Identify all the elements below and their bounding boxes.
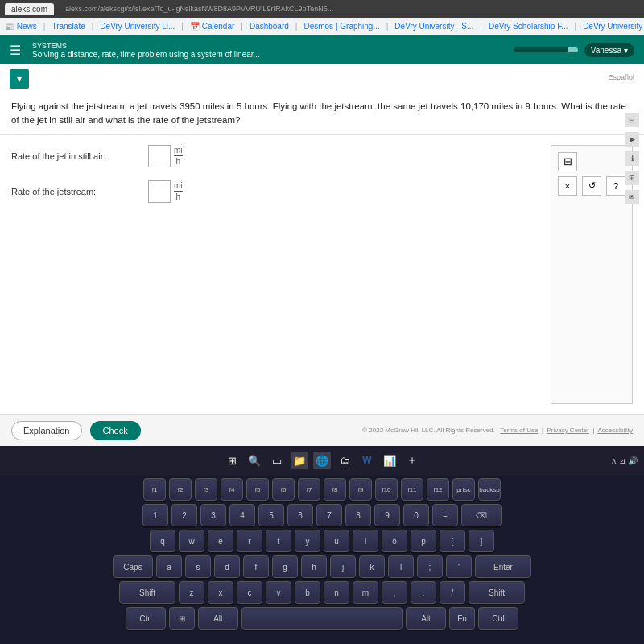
- undo-button[interactable]: ↺: [582, 176, 601, 196]
- key-quote[interactable]: ': [446, 555, 472, 578]
- key-backspace-fn[interactable]: backsp: [478, 478, 501, 501]
- key-6[interactable]: 6: [287, 504, 313, 526]
- taskbar-plus[interactable]: ＋: [403, 452, 421, 469]
- key-ctrl-right[interactable]: Ctrl: [478, 607, 518, 630]
- key-win[interactable]: ⊞: [169, 607, 195, 630]
- taskbar-task-view[interactable]: ▭: [268, 452, 286, 469]
- key-i[interactable]: i: [353, 530, 378, 552]
- key-k[interactable]: k: [359, 555, 385, 578]
- key-f5[interactable]: f5: [246, 478, 269, 501]
- key-b[interactable]: b: [295, 581, 320, 604]
- fraction-button[interactable]: ⊟: [558, 152, 577, 171]
- key-f12[interactable]: f12: [427, 478, 449, 501]
- privacy-link[interactable]: Privacy Center: [547, 427, 588, 434]
- right-icon-5[interactable]: ✉: [625, 190, 639, 204]
- key-d[interactable]: d: [214, 555, 240, 578]
- key-8[interactable]: 8: [345, 504, 371, 526]
- key-period[interactable]: .: [411, 581, 436, 604]
- key-caps[interactable]: Caps: [113, 555, 153, 578]
- key-9[interactable]: 9: [374, 504, 400, 526]
- user-menu-button[interactable]: Vanessa ▾: [584, 43, 634, 57]
- right-icon-3[interactable]: ℹ: [625, 151, 639, 166]
- bookmark-news[interactable]: 📰 News: [5, 22, 37, 31]
- key-w[interactable]: w: [179, 530, 204, 552]
- bookmark-dashboard[interactable]: Dashboard: [250, 22, 289, 31]
- key-backspace[interactable]: ⌫: [461, 504, 502, 526]
- bookmark-devry[interactable]: DeVry University Li...: [100, 22, 175, 31]
- still-air-input[interactable]: [148, 145, 171, 167]
- terms-link[interactable]: Terms of Use: [500, 427, 538, 434]
- taskbar-file-explorer[interactable]: 📁: [291, 452, 308, 469]
- key-f4[interactable]: f4: [221, 478, 243, 501]
- times-button[interactable]: ×: [558, 176, 577, 196]
- key-semicolon[interactable]: ;: [417, 555, 443, 578]
- key-g[interactable]: g: [272, 555, 298, 578]
- right-icon-4[interactable]: ⊞: [625, 171, 639, 185]
- accessibility-link[interactable]: Accessibility: [597, 427, 633, 434]
- key-space[interactable]: [242, 607, 402, 630]
- key-y[interactable]: y: [295, 530, 320, 552]
- key-f7[interactable]: f7: [298, 478, 320, 501]
- key-slash[interactable]: /: [440, 581, 465, 604]
- key-t[interactable]: t: [266, 530, 291, 552]
- key-5[interactable]: 5: [258, 504, 284, 526]
- key-alt-right[interactable]: Alt: [406, 607, 446, 630]
- taskbar-word[interactable]: W: [358, 452, 376, 469]
- bookmark-calendar[interactable]: 📅 Calendar: [190, 22, 234, 31]
- key-alt-left[interactable]: Alt: [198, 607, 238, 630]
- key-1[interactable]: 1: [142, 504, 168, 526]
- key-n[interactable]: n: [324, 581, 349, 604]
- key-f8[interactable]: f8: [324, 478, 346, 501]
- key-f3[interactable]: f3: [195, 478, 217, 501]
- windows-start-button[interactable]: ⊞: [223, 452, 241, 469]
- key-r[interactable]: r: [237, 530, 262, 552]
- key-o[interactable]: o: [382, 530, 407, 552]
- key-m[interactable]: m: [353, 581, 378, 604]
- key-shift-left[interactable]: Shift: [119, 581, 175, 604]
- taskbar-excel[interactable]: 📊: [381, 452, 398, 469]
- bookmark-desmos[interactable]: Desmos | Graphing...: [303, 22, 379, 31]
- key-close-bracket[interactable]: ]: [469, 530, 494, 552]
- key-h[interactable]: h: [301, 555, 327, 578]
- bookmark-devry3[interactable]: DeVry University - S...: [583, 22, 644, 31]
- key-s[interactable]: s: [185, 555, 211, 578]
- key-fn[interactable]: Fn: [449, 607, 475, 630]
- key-enter[interactable]: Enter: [475, 555, 531, 578]
- help-button[interactable]: ?: [606, 176, 625, 196]
- key-a[interactable]: a: [156, 555, 182, 578]
- bookmark-translate[interactable]: Translate: [52, 22, 85, 31]
- bookmark-scholarship[interactable]: DeVry Scholarship F...: [489, 22, 568, 31]
- taskbar-edge[interactable]: 🌐: [313, 452, 331, 469]
- key-0[interactable]: 0: [403, 504, 429, 526]
- check-button[interactable]: Check: [90, 421, 141, 440]
- key-comma[interactable]: ,: [382, 581, 407, 604]
- key-f9[interactable]: f9: [349, 478, 372, 501]
- key-c[interactable]: c: [237, 581, 262, 604]
- key-v[interactable]: v: [266, 581, 291, 604]
- key-f11[interactable]: f11: [401, 478, 423, 501]
- key-7[interactable]: 7: [316, 504, 342, 526]
- espanol-button[interactable]: Español: [608, 73, 634, 81]
- key-3[interactable]: 3: [200, 504, 226, 526]
- key-u[interactable]: u: [324, 530, 349, 552]
- key-shift-right[interactable]: Shift: [469, 581, 525, 604]
- key-f2[interactable]: f2: [169, 478, 192, 501]
- key-x[interactable]: x: [208, 581, 233, 604]
- right-icon-2[interactable]: ▶: [625, 132, 639, 147]
- taskbar-app1[interactable]: 🗂: [336, 452, 353, 469]
- key-equals[interactable]: =: [432, 504, 458, 526]
- explanation-button[interactable]: Explanation: [11, 421, 82, 440]
- key-f10[interactable]: f10: [375, 478, 398, 501]
- bookmark-devry2[interactable]: DeVry University - S...: [394, 22, 473, 31]
- key-f[interactable]: f: [243, 555, 269, 578]
- key-p[interactable]: p: [411, 530, 436, 552]
- key-4[interactable]: 4: [229, 504, 255, 526]
- key-z[interactable]: z: [179, 581, 204, 604]
- key-ctrl-left[interactable]: Ctrl: [126, 607, 166, 630]
- key-prtsc[interactable]: prtsc: [452, 478, 475, 501]
- section-dropdown-button[interactable]: ▾: [10, 69, 29, 89]
- taskbar-search[interactable]: 🔍: [246, 452, 263, 469]
- key-q[interactable]: q: [150, 530, 175, 552]
- key-2[interactable]: 2: [171, 504, 197, 526]
- key-l[interactable]: l: [388, 555, 414, 578]
